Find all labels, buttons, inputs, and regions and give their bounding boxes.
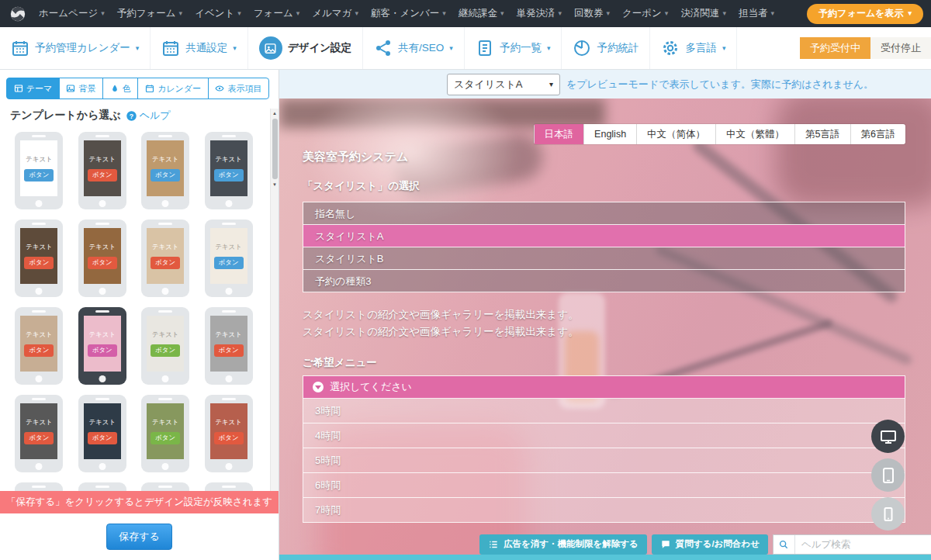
tab-label: テーマ xyxy=(26,83,53,95)
stop-accepting-button[interactable]: 受付停止 xyxy=(870,37,931,59)
caret-down-icon: ▾ xyxy=(665,10,669,17)
template-button-label: ボタン xyxy=(24,169,54,181)
top-menu-item[interactable]: 予約フォーム ▾ xyxy=(111,7,189,20)
template-thumbnail[interactable]: テキスト ボタン xyxy=(141,220,189,297)
top-menu-item[interactable]: クーポン ▾ xyxy=(616,7,674,20)
template-thumbnail[interactable]: テキスト ボタン xyxy=(78,482,126,491)
toolbar-item-booking-calendar[interactable]: 予約管理カレンダー ▾ xyxy=(0,27,151,69)
preview-target-select[interactable]: スタイリストA ▾ xyxy=(447,74,560,95)
menu-option[interactable]: 4時間 xyxy=(303,423,905,448)
top-menu-item[interactable]: 担当者 ▾ xyxy=(732,7,780,20)
top-menu-item[interactable]: イベント ▾ xyxy=(189,7,247,20)
template-text-label: テキスト xyxy=(88,243,116,252)
document-icon xyxy=(476,39,494,57)
template-thumbnail[interactable]: テキスト ボタン xyxy=(141,482,189,491)
language-tab[interactable]: 中文（简体） xyxy=(636,124,715,144)
template-thumbnail[interactable]: テキスト ボタン xyxy=(141,307,189,385)
template-text-label: テキスト xyxy=(26,330,53,340)
tab-display-items[interactable]: 表示項目 xyxy=(208,78,269,99)
template-thumbnail[interactable]: テキスト ボタン xyxy=(15,307,63,385)
contact-button[interactable]: 質問する/お問合わせ xyxy=(652,534,768,555)
toolbar-item-booking-stats[interactable]: 予約統計 xyxy=(562,27,650,69)
menu-option[interactable]: 5時間 xyxy=(303,448,905,473)
chat-icon xyxy=(660,539,671,550)
tab-label: 色 xyxy=(123,83,131,95)
menu-option[interactable]: 3時間 xyxy=(303,399,905,423)
language-tab[interactable]: 中文（繁體） xyxy=(715,124,794,144)
help-link[interactable]: ? ヘルプ xyxy=(126,109,171,123)
preview-mode-bar: スタイリストA ▾ をプレビューモードで表示しています。実際に予約はされません。 xyxy=(279,70,931,99)
template-thumbnail[interactable]: テキスト ボタン xyxy=(78,307,126,385)
scroll-down-icon[interactable]: ▼ xyxy=(271,182,279,187)
template-thumbnail[interactable]: テキスト ボタン xyxy=(78,220,126,297)
top-menu-item[interactable]: ホームページ ▾ xyxy=(33,7,111,20)
top-menu-item[interactable]: メルマガ ▾ xyxy=(306,7,365,20)
stylist-option[interactable]: 指名無し xyxy=(303,202,905,225)
language-tab[interactable]: 第6言語 xyxy=(850,124,905,144)
tab-background[interactable]: 背景 xyxy=(59,78,103,99)
template-thumbnail[interactable]: テキスト ボタン xyxy=(205,482,253,491)
language-tab[interactable]: 第5言語 xyxy=(794,124,850,144)
design-sidebar: テーマ 背景 色 カレンダー 表示項目 テンプレートから選ぶ ? xyxy=(0,70,279,560)
template-thumbnail[interactable]: テキスト ボタン xyxy=(78,132,126,209)
template-thumbnail[interactable]: テキスト ボタン xyxy=(15,132,63,209)
template-thumbnail[interactable]: テキスト ボタン xyxy=(205,220,253,297)
save-button[interactable]: 保存する xyxy=(106,524,172,550)
help-search-input[interactable] xyxy=(795,539,931,550)
preview-desktop-button[interactable] xyxy=(871,420,905,453)
template-button-label: ボタン xyxy=(151,257,180,269)
menu-option[interactable]: 6時間 xyxy=(303,473,905,498)
stylist-option[interactable]: 予約の種類3 xyxy=(303,270,905,292)
top-menu-item[interactable]: 決済関連 ▾ xyxy=(674,7,732,20)
template-thumbnail[interactable]: テキスト ボタン xyxy=(205,395,253,472)
show-booking-form-button[interactable]: 予約フォームを表示 ▾ xyxy=(807,4,923,24)
tab-theme[interactable]: テーマ xyxy=(6,78,60,99)
preview-footer: 広告を消す・機能制限を解除する 質問する/お問合わせ xyxy=(279,534,931,555)
remove-ads-button[interactable]: 広告を消す・機能制限を解除する xyxy=(479,534,647,555)
toolbar-item-multilingual[interactable]: 多言語 ▾ xyxy=(650,27,737,69)
template-thumbnail[interactable]: テキスト ボタン xyxy=(15,482,63,491)
preview-tablet-button[interactable] xyxy=(871,458,905,492)
template-thumbnail[interactable]: テキスト ボタン xyxy=(141,132,189,209)
stylist-option[interactable]: スタイリストA xyxy=(303,225,905,247)
preview-phone-button[interactable] xyxy=(871,497,905,531)
toolbar-item-booking-list[interactable]: 予約一覧 ▾ xyxy=(465,27,562,69)
accepting-bookings-button[interactable]: 予約受付中 xyxy=(800,37,870,59)
template-thumbnail[interactable]: テキスト ボタン xyxy=(205,132,253,209)
top-menu-item[interactable]: 継続課金 ▾ xyxy=(452,7,510,20)
pie-chart-icon xyxy=(573,39,591,57)
template-thumbnail[interactable]: テキスト ボタン xyxy=(15,395,63,472)
toolbar-item-share-seo[interactable]: 共有/SEO ▾ xyxy=(363,27,465,69)
toolbar-item-design-settings[interactable]: デザイン設定 xyxy=(248,27,363,69)
top-menu-item[interactable]: 顧客・メンバー ▾ xyxy=(365,7,452,20)
template-thumbnail[interactable]: テキスト ボタン xyxy=(141,395,189,472)
toolbar-item-common-settings[interactable]: 共通設定 ▾ xyxy=(151,27,248,69)
menu-placeholder-label: 選択してください xyxy=(330,380,412,394)
template-button-label: ボタン xyxy=(214,169,244,181)
phone-home-button xyxy=(99,375,106,382)
language-tab[interactable]: 日本語 xyxy=(534,124,584,144)
tab-color[interactable]: 色 xyxy=(102,78,138,99)
template-thumbnail[interactable]: テキスト ボタン xyxy=(15,220,63,297)
stylist-option[interactable]: スタイリストB xyxy=(303,247,905,270)
scrollbar-thumb[interactable] xyxy=(272,119,278,179)
scroll-up-icon[interactable]: ▲ xyxy=(271,111,279,116)
top-menu-item[interactable]: フォーム ▾ xyxy=(247,7,306,20)
app-root: ホームページ ▾ 予約フォーム ▾ イベント ▾ フォーム ▾ xyxy=(0,0,931,560)
template-text-label: テキスト xyxy=(215,155,242,164)
template-thumbnail[interactable]: テキスト ボタン xyxy=(205,307,253,385)
caret-down-icon: ▾ xyxy=(237,10,241,17)
top-menu-item[interactable]: 単発決済 ▾ xyxy=(510,7,568,20)
tab-calendar[interactable]: カレンダー xyxy=(137,78,208,99)
eye-icon xyxy=(215,84,224,93)
menu-placeholder-row[interactable]: 選択してください xyxy=(303,376,905,399)
top-menu-item[interactable]: 回数券 ▾ xyxy=(568,7,616,20)
template-text-label: テキスト xyxy=(88,155,116,164)
language-tab[interactable]: English xyxy=(583,124,636,144)
template-thumbnail[interactable]: テキスト ボタン xyxy=(78,395,126,472)
template-button-label: ボタン xyxy=(214,432,244,444)
search-icon xyxy=(774,535,795,554)
template-preview: テキスト ボタン xyxy=(20,403,57,459)
menu-option[interactable]: 7時間 xyxy=(303,498,905,523)
template-button-label: ボタン xyxy=(24,344,54,357)
